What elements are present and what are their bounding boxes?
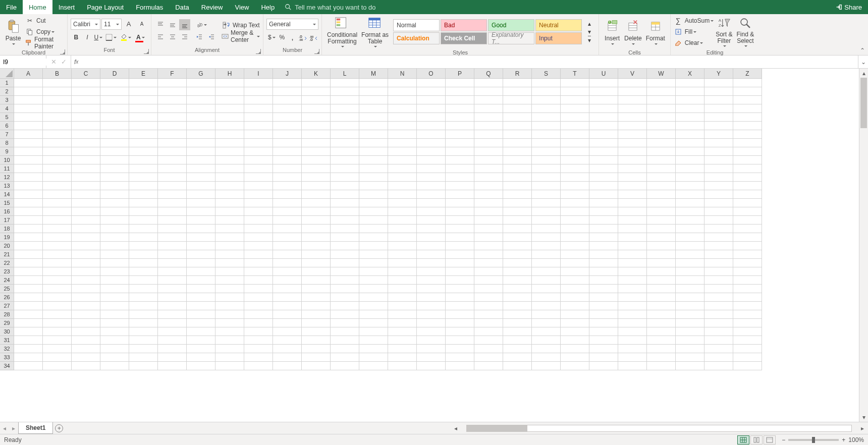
cell[interactable] bbox=[561, 96, 589, 104]
cell[interactable] bbox=[417, 242, 446, 250]
cell[interactable] bbox=[676, 233, 704, 242]
cell[interactable] bbox=[561, 122, 589, 130]
column-header[interactable]: N bbox=[388, 69, 417, 78]
cell[interactable] bbox=[14, 113, 43, 122]
cell[interactable] bbox=[532, 267, 561, 276]
cell[interactable] bbox=[446, 285, 474, 293]
cell[interactable] bbox=[100, 302, 129, 310]
cell[interactable] bbox=[647, 87, 676, 96]
cell[interactable] bbox=[158, 113, 187, 122]
column-header[interactable]: J bbox=[273, 69, 302, 78]
cell[interactable] bbox=[647, 199, 676, 207]
cell[interactable] bbox=[618, 233, 647, 242]
cell[interactable] bbox=[129, 285, 158, 293]
cell[interactable] bbox=[302, 113, 331, 122]
cell[interactable] bbox=[618, 225, 647, 233]
cell[interactable] bbox=[561, 293, 589, 302]
cell[interactable] bbox=[158, 327, 187, 336]
cell[interactable] bbox=[474, 225, 503, 233]
column-header[interactable]: Y bbox=[704, 69, 733, 78]
cell[interactable] bbox=[215, 190, 244, 199]
cell[interactable] bbox=[43, 276, 72, 285]
cell[interactable] bbox=[100, 362, 129, 370]
cell[interactable] bbox=[561, 156, 589, 164]
align-right-button[interactable] bbox=[179, 31, 190, 42]
cell[interactable] bbox=[446, 310, 474, 319]
cell[interactable] bbox=[561, 87, 589, 96]
cell[interactable] bbox=[72, 96, 100, 104]
cell[interactable] bbox=[704, 302, 733, 310]
cell[interactable] bbox=[331, 182, 359, 190]
cell[interactable] bbox=[618, 130, 647, 139]
row-header[interactable]: 33 bbox=[0, 353, 14, 362]
cell[interactable] bbox=[474, 293, 503, 302]
cell[interactable] bbox=[72, 122, 100, 130]
cell[interactable] bbox=[331, 302, 359, 310]
cell[interactable] bbox=[474, 353, 503, 362]
decrease-decimal-button[interactable]: .00.0 bbox=[308, 32, 318, 43]
cell[interactable] bbox=[100, 353, 129, 362]
cell[interactable] bbox=[100, 327, 129, 336]
row-header[interactable]: 20 bbox=[0, 242, 14, 250]
cell[interactable] bbox=[676, 302, 704, 310]
vertical-scroll-thumb[interactable] bbox=[860, 78, 867, 128]
cell[interactable] bbox=[417, 336, 446, 345]
cell[interactable] bbox=[388, 362, 417, 370]
cell[interactable] bbox=[733, 362, 762, 370]
cell[interactable] bbox=[733, 156, 762, 164]
cell[interactable] bbox=[647, 96, 676, 104]
cell[interactable] bbox=[647, 104, 676, 113]
cell[interactable] bbox=[302, 190, 331, 199]
cell[interactable] bbox=[244, 104, 273, 113]
cell[interactable] bbox=[618, 113, 647, 122]
cell[interactable] bbox=[129, 113, 158, 122]
styles-scroll-down[interactable]: ▾ bbox=[584, 28, 595, 36]
cell[interactable] bbox=[704, 190, 733, 199]
cell[interactable] bbox=[244, 190, 273, 199]
cell[interactable] bbox=[331, 104, 359, 113]
cell[interactable] bbox=[273, 147, 302, 156]
cell[interactable] bbox=[704, 182, 733, 190]
increase-indent-button[interactable] bbox=[206, 31, 217, 42]
scroll-down-button[interactable]: ▾ bbox=[859, 413, 868, 422]
cell[interactable] bbox=[215, 353, 244, 362]
cell[interactable] bbox=[43, 173, 72, 182]
cell[interactable] bbox=[532, 207, 561, 216]
cell[interactable] bbox=[618, 353, 647, 362]
cell[interactable] bbox=[129, 250, 158, 259]
row-header[interactable]: 28 bbox=[0, 310, 14, 319]
cell[interactable] bbox=[503, 79, 532, 87]
cell[interactable] bbox=[273, 173, 302, 182]
cell[interactable] bbox=[43, 190, 72, 199]
cell[interactable] bbox=[474, 190, 503, 199]
row-header[interactable]: 18 bbox=[0, 225, 14, 233]
cell[interactable] bbox=[532, 164, 561, 173]
cell[interactable] bbox=[331, 79, 359, 87]
cell[interactable] bbox=[388, 327, 417, 336]
cell[interactable] bbox=[187, 276, 215, 285]
cell[interactable] bbox=[733, 207, 762, 216]
alignment-dialog-launcher[interactable] bbox=[256, 49, 261, 54]
cell[interactable] bbox=[618, 122, 647, 130]
cell[interactable] bbox=[72, 302, 100, 310]
cell[interactable] bbox=[474, 147, 503, 156]
cell[interactable] bbox=[503, 293, 532, 302]
cell[interactable] bbox=[187, 362, 215, 370]
cell[interactable] bbox=[14, 242, 43, 250]
cell[interactable] bbox=[244, 285, 273, 293]
font-dialog-launcher[interactable] bbox=[144, 49, 149, 54]
cell[interactable] bbox=[273, 199, 302, 207]
cell[interactable] bbox=[158, 233, 187, 242]
cell[interactable] bbox=[273, 353, 302, 362]
cell[interactable] bbox=[733, 302, 762, 310]
cell[interactable] bbox=[14, 276, 43, 285]
cell[interactable] bbox=[43, 164, 72, 173]
cell[interactable] bbox=[388, 285, 417, 293]
cell[interactable] bbox=[388, 182, 417, 190]
cell[interactable] bbox=[676, 207, 704, 216]
cell[interactable] bbox=[158, 276, 187, 285]
cell[interactable] bbox=[417, 353, 446, 362]
cell[interactable] bbox=[100, 345, 129, 353]
cell[interactable] bbox=[503, 147, 532, 156]
fill-button[interactable]: Fill bbox=[674, 26, 714, 37]
